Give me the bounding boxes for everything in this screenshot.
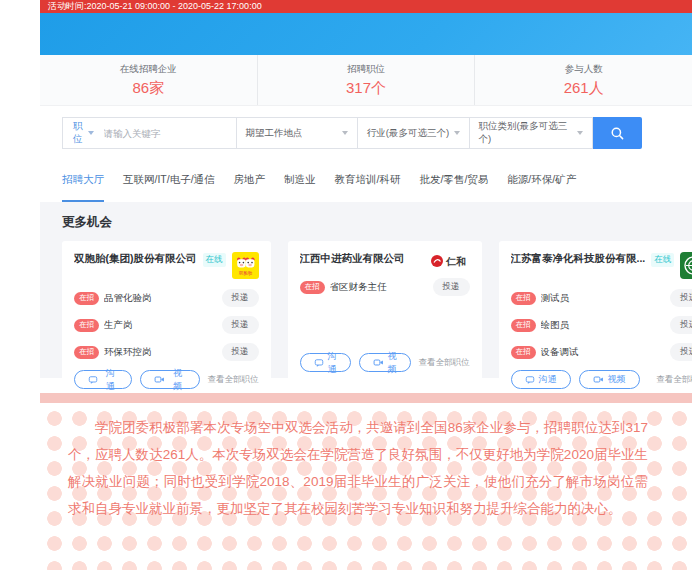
tab-recruit-hall[interactable]: 招聘大厅 xyxy=(62,173,104,202)
video-camera-icon xyxy=(373,357,384,368)
location-select[interactable]: 期望工作地点 xyxy=(236,117,358,149)
recruiting-badge: 在招 xyxy=(74,346,99,359)
industry-select[interactable]: 行业(最多可选三个) xyxy=(357,117,470,149)
card-footer: 沟通 视频 查看全部职位 xyxy=(74,370,259,389)
job-row: 在招 设备调试 投递 xyxy=(511,343,692,361)
company-name[interactable]: 江苏富泰净化科技股份有限... xyxy=(511,252,646,265)
video-button[interactable]: 视频 xyxy=(140,370,199,389)
chat-button-label: 沟通 xyxy=(539,373,557,386)
stat-value: 261人 xyxy=(564,79,604,98)
recruiting-badge: 在招 xyxy=(511,292,536,305)
apply-button[interactable]: 投递 xyxy=(222,289,259,307)
company-name[interactable]: 江西中进药业有限公司 xyxy=(300,252,424,265)
chat-button-label: 沟通 xyxy=(102,367,118,393)
chat-bubble-icon xyxy=(314,358,324,368)
online-badge: 在线 xyxy=(203,253,226,267)
job-title[interactable]: 品管化验岗 xyxy=(104,292,222,305)
hero-banner xyxy=(40,13,692,55)
recruiting-badge: 在招 xyxy=(511,346,536,359)
job-title[interactable]: 绘图员 xyxy=(541,319,671,332)
tab-manufacturing[interactable]: 制造业 xyxy=(284,173,316,202)
video-button-label: 视频 xyxy=(388,350,397,376)
job-title[interactable]: 省区财务主任 xyxy=(330,281,433,294)
video-button[interactable]: 视频 xyxy=(579,370,640,389)
chat-bubble-icon xyxy=(525,375,535,385)
view-all-jobs-link[interactable]: 查看全部职位 xyxy=(208,374,259,386)
apply-button[interactable]: 投递 xyxy=(670,316,692,334)
chat-button[interactable]: 沟通 xyxy=(300,353,351,372)
search-bar: 职位 期望工作地点 行业(最多可选三个) 职位类别(最多可选三个) xyxy=(62,117,642,149)
chat-button[interactable]: 沟通 xyxy=(511,370,571,389)
video-camera-icon xyxy=(154,374,165,385)
chevron-down-icon xyxy=(577,131,583,135)
job-row: 在招 环保环控岗 投递 xyxy=(74,343,259,361)
tab-internet-it[interactable]: 互联网/IT/电子/通信 xyxy=(123,173,215,202)
recruiting-badge: 在招 xyxy=(511,319,536,332)
apply-button[interactable]: 投递 xyxy=(670,289,692,307)
content-column: 活动时间:2020-05-21 09:00:00 - 2020-05-22 17… xyxy=(40,0,692,570)
tab-wholesale[interactable]: 批发/零售/贸易 xyxy=(420,173,489,202)
pink-divider-bar xyxy=(40,393,692,403)
search-category-select[interactable]: 职位 xyxy=(63,118,104,148)
job-title[interactable]: 测试员 xyxy=(541,292,671,305)
chevron-down-icon xyxy=(342,131,348,135)
industry-select-label: 行业(最多可选三个) xyxy=(367,127,449,140)
search-category-label: 职位 xyxy=(73,120,83,146)
video-button-label: 视频 xyxy=(608,373,626,386)
recruiting-badge: 在招 xyxy=(74,292,99,305)
svg-text:仁和: 仁和 xyxy=(445,256,466,267)
page: 活动时间:2020-05-21 09:00:00 - 2020-05-22 17… xyxy=(0,0,692,570)
video-button-label: 视频 xyxy=(169,367,185,393)
magnifier-icon xyxy=(610,126,625,141)
stat-value: 317个 xyxy=(346,79,386,98)
location-select-label: 期望工作地点 xyxy=(246,127,303,140)
company-name[interactable]: 双胞胎(集团)股份有限公司 xyxy=(74,252,197,265)
job-row: 在招 绘图员 投递 xyxy=(511,316,692,334)
search-button[interactable] xyxy=(593,117,642,149)
activity-time-text: 活动时间:2020-05-21 09:00:00 - 2020-05-22 17… xyxy=(48,1,262,11)
view-all-jobs-link[interactable]: 查看全部职位 xyxy=(656,374,692,386)
apply-button[interactable]: 投递 xyxy=(222,316,259,334)
summary-section: 学院团委积极部署本次专场空中双选会活动，共邀请到全国86家企业参与，招聘职位达到… xyxy=(40,393,692,570)
tab-real-estate[interactable]: 房地产 xyxy=(234,173,266,202)
company-card: 双胞胎(集团)股份有限公司 在线 xyxy=(62,241,271,381)
summary-paragraph: 学院团委积极部署本次专场空中双选会活动，共邀请到全国86家企业参与，招聘职位达到… xyxy=(68,414,648,522)
job-row: 在招 测试员 投递 xyxy=(511,289,692,307)
card-footer: 沟通 视频 查看全部职位 xyxy=(511,370,692,389)
tab-energy[interactable]: 能源/环保/矿产 xyxy=(507,173,576,202)
card-header: 双胞胎(集团)股份有限公司 在线 xyxy=(74,252,259,279)
stat-job-positions: 招聘职位 317个 xyxy=(257,55,475,105)
chat-bubble-icon xyxy=(88,375,98,385)
company-card: 江苏富泰净化科技股份有限... 在线 在招 xyxy=(499,241,692,381)
search-section: 职位 期望工作地点 行业(最多可选三个) 职位类别(最多可选三个) xyxy=(40,106,692,160)
recruiting-badge: 在招 xyxy=(74,319,99,332)
tab-education[interactable]: 教育培训/科研 xyxy=(335,173,401,202)
job-title[interactable]: 设备调试 xyxy=(541,346,671,359)
company-card: 江西中进药业有限公司 仁和 在招 省区财务主任 投递 xyxy=(288,241,482,381)
card-header: 江西中进药业有限公司 仁和 xyxy=(300,252,470,268)
apply-button[interactable]: 投递 xyxy=(222,343,259,361)
chevron-down-icon xyxy=(454,131,460,135)
card-header: 江苏富泰净化科技股份有限... 在线 xyxy=(511,252,692,279)
online-badge: 在线 xyxy=(651,253,674,267)
job-row: 在招 品管化验岗 投递 xyxy=(74,289,259,307)
keyword-input[interactable] xyxy=(104,118,236,148)
apply-button[interactable]: 投递 xyxy=(670,343,692,361)
stat-online-companies: 在线招聘企业 86家 xyxy=(40,55,257,105)
job-category-select[interactable]: 职位类别(最多可选三个) xyxy=(469,117,593,149)
apply-button[interactable]: 投递 xyxy=(433,278,470,296)
video-camera-icon xyxy=(593,374,604,385)
chat-button[interactable]: 沟通 xyxy=(74,370,132,389)
job-title[interactable]: 生产岗 xyxy=(104,319,222,332)
chat-button-label: 沟通 xyxy=(328,350,337,376)
company-logo: 双胞胎 xyxy=(232,252,259,279)
company-logo xyxy=(680,252,692,279)
stats-row: 在线招聘企业 86家 招聘职位 317个 参与人数 261人 xyxy=(40,55,692,106)
view-all-jobs-link[interactable]: 查看全部职位 xyxy=(419,357,470,369)
video-button[interactable]: 视频 xyxy=(359,353,411,372)
stat-label: 参与人数 xyxy=(565,63,603,76)
job-category-select-label: 职位类别(最多可选三个) xyxy=(479,120,577,146)
more-opportunities-section: 更多机会 双胞胎(集团)股份有限公司 在线 xyxy=(40,202,692,378)
job-title[interactable]: 环保环控岗 xyxy=(104,346,222,359)
chevron-down-icon xyxy=(88,131,94,135)
